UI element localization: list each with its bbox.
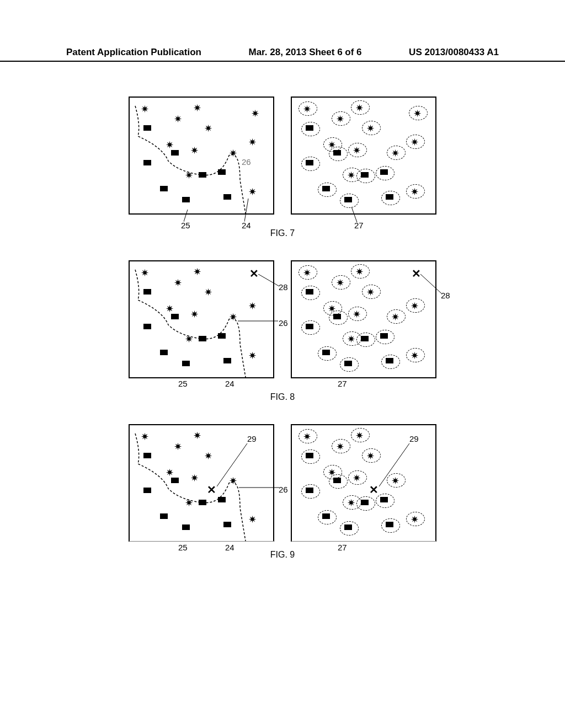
square-icon	[143, 289, 151, 295]
label-26: 26	[279, 318, 288, 328]
square-icon	[380, 497, 388, 502]
header-patent-number: US 2013/0080433 A1	[409, 47, 499, 58]
label-27: 27	[338, 543, 347, 552]
svg-line-2	[351, 207, 357, 222]
star-icon: ✷	[353, 472, 361, 484]
star-icon: ✷	[166, 303, 174, 315]
square-icon	[143, 125, 151, 131]
star-icon: ✷	[190, 472, 199, 484]
star-icon: ✷	[391, 311, 399, 323]
label-26: 26	[242, 157, 251, 167]
star-icon: ✷	[248, 136, 257, 148]
square-icon	[306, 488, 313, 493]
cross-icon: ✕	[369, 483, 379, 496]
header-date-sheet: Mar. 28, 2013 Sheet 6 of 6	[249, 47, 362, 58]
square-icon	[306, 289, 313, 295]
square-icon	[160, 186, 168, 191]
star-icon: ✷	[141, 431, 149, 443]
header-publication: Patent Application Publication	[66, 47, 201, 58]
square-icon	[322, 350, 330, 355]
star-icon: ✷	[391, 147, 399, 159]
square-icon	[344, 524, 352, 530]
star-icon: ✷	[411, 350, 419, 362]
star-icon: ✷	[185, 169, 193, 181]
label-25: 25	[178, 543, 188, 552]
star-icon: ✷	[411, 513, 419, 526]
label-25: 25	[178, 379, 188, 388]
star-icon: ✷	[185, 333, 193, 345]
figure-8-row: ✷ ✷ ✷ ✕ ✷ ✷ ✷ ✷ ✷ ✷ ✷ 28 26	[83, 260, 482, 378]
star-icon: ✷	[204, 286, 212, 298]
square-icon	[199, 336, 206, 341]
square-icon	[380, 333, 388, 339]
leader-line	[258, 274, 280, 291]
square-icon	[361, 172, 369, 178]
leader-line	[217, 443, 250, 488]
leader-line	[351, 207, 363, 223]
square-icon	[380, 169, 388, 175]
star-icon: ✷	[303, 267, 311, 279]
square-icon	[182, 197, 190, 202]
svg-line-1	[244, 199, 248, 222]
svg-line-8	[379, 443, 409, 486]
square-icon	[143, 488, 151, 493]
square-icon	[160, 513, 168, 519]
label-24: 24	[225, 379, 234, 388]
fig7-left-box: ✷ ✷ ✷ ✷ ✷ ✷ ✷ ✷ ✷ ✷ ✷	[129, 97, 274, 215]
square-icon	[333, 478, 341, 483]
square-icon	[386, 522, 393, 527]
star-icon: ✷	[204, 450, 212, 462]
label-29: 29	[409, 434, 419, 443]
leader-line	[379, 443, 412, 488]
star-icon: ✷	[353, 144, 361, 157]
star-icon: ✷	[190, 308, 199, 320]
star-icon: ✷	[248, 513, 257, 526]
page-header: Patent Application Publication Mar. 28, …	[0, 47, 565, 62]
square-icon	[223, 358, 231, 363]
cross-icon: ✕	[412, 267, 421, 280]
leader-line	[420, 274, 443, 296]
leader-line	[244, 199, 253, 223]
label-29: 29	[247, 434, 257, 443]
star-icon: ✷	[141, 267, 149, 279]
star-icon: ✷	[411, 136, 419, 148]
figure-9-row: ✷ ✷ ✷ ✷ ✷ ✷ ✷ ✷ ✷ ✕ 29 26 25	[83, 424, 482, 542]
figure-7-row: ✷ ✷ ✷ ✷ ✷ ✷ ✷ ✷ ✷ ✷ ✷ 25 24	[83, 97, 482, 215]
star-icon: ✷	[355, 266, 364, 278]
leader-line	[239, 485, 280, 493]
square-icon	[361, 336, 369, 341]
star-icon: ✷	[347, 333, 355, 345]
cross-icon: ✕	[249, 267, 259, 280]
star-icon: ✷	[353, 308, 361, 320]
square-icon	[143, 453, 151, 458]
square-icon	[333, 314, 341, 319]
svg-line-5	[420, 274, 441, 293]
square-icon	[333, 150, 341, 156]
star-icon: ✷	[229, 147, 237, 159]
square-icon	[223, 194, 231, 200]
square-icon	[171, 478, 179, 483]
square-icon	[306, 453, 313, 458]
square-icon	[182, 524, 190, 530]
square-icon	[386, 358, 393, 363]
star-icon: ✷	[204, 122, 212, 135]
star-icon: ✷	[336, 113, 344, 125]
svg-line-0	[184, 210, 188, 222]
star-icon: ✷	[174, 113, 182, 125]
star-icon: ✷	[193, 102, 201, 114]
star-icon: ✷	[366, 450, 375, 462]
square-icon	[199, 500, 206, 505]
square-icon	[306, 160, 313, 165]
square-icon	[361, 500, 369, 505]
star-icon: ✷	[190, 144, 199, 157]
square-icon	[143, 160, 151, 165]
star-icon: ✷	[193, 266, 201, 278]
star-icon: ✷	[248, 300, 257, 312]
square-icon	[182, 361, 190, 366]
star-icon: ✷	[303, 103, 311, 115]
square-icon	[160, 350, 168, 355]
star-icon: ✷	[303, 431, 311, 443]
fig9-caption: FIG. 9	[83, 550, 482, 560]
square-icon	[218, 333, 226, 339]
square-icon	[223, 522, 231, 527]
